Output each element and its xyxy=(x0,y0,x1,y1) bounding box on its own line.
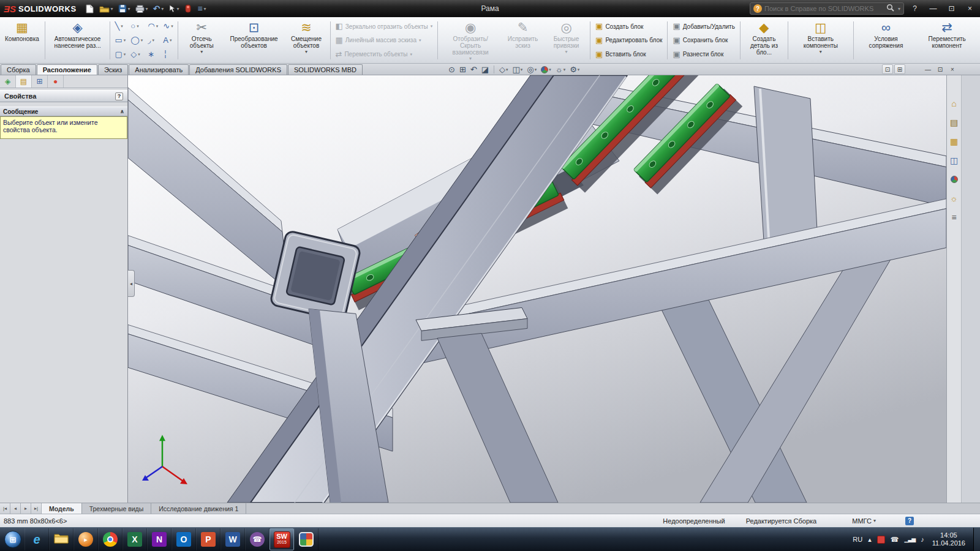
restore-button[interactable]: ⊡ xyxy=(944,2,959,15)
taskbar-chrome[interactable] xyxy=(98,528,123,550)
graphics-area[interactable]: ◂ xyxy=(128,75,946,503)
mate-button[interactable]: ∞ Условия сопряжения xyxy=(856,18,917,62)
tabs-prev-button[interactable]: ◂ xyxy=(10,503,21,514)
start-button[interactable]: ⊞ xyxy=(1,528,24,551)
linear-sketch-pattern-button[interactable]: ▦Линейный массив эскиза▾ xyxy=(334,36,435,45)
taskbar-word[interactable]: W xyxy=(221,528,245,550)
trim-entities-button[interactable]: ✂ Отсечь объекты ▾ xyxy=(180,18,224,62)
viewport-layout-icon[interactable]: ⊞ xyxy=(894,64,905,74)
tab-displaymanager[interactable]: ● xyxy=(48,75,64,88)
taskbar-paint[interactable] xyxy=(294,528,318,550)
undo-button[interactable]: ↶▾ xyxy=(151,2,166,15)
taskbar-onenote[interactable]: N xyxy=(147,528,172,550)
save-block-button[interactable]: ▣Сохранить блок xyxy=(671,36,736,45)
tab-motion-study[interactable]: Исследование движения 1 xyxy=(151,503,246,514)
offset-entities-button[interactable]: ≋ Смещение объектов ▾ xyxy=(284,18,328,62)
child-minimize-button[interactable]: — xyxy=(922,64,933,74)
sketch-ellipse-button[interactable]: ◯▾ xyxy=(128,34,145,48)
tab-sketch[interactable]: Эскиз xyxy=(98,64,128,75)
notification-badge-icon[interactable] xyxy=(877,536,885,544)
sketch-point-button[interactable]: ∗ xyxy=(145,47,160,61)
options-button[interactable]: ≡▾ xyxy=(195,2,208,15)
cascade-windows-icon[interactable]: ⊡ xyxy=(882,64,893,74)
language-indicator[interactable]: RU xyxy=(853,536,862,543)
edit-appearance-button[interactable]: ▾ xyxy=(540,66,552,73)
edit-block-button[interactable]: ▣Редактировать блок xyxy=(594,36,664,45)
save-button[interactable]: ▾ xyxy=(116,2,132,15)
tab-layout[interactable]: Расположение xyxy=(37,64,97,75)
convert-entities-button[interactable]: ⊡ Преобразование объектов xyxy=(224,18,285,62)
help-search-input[interactable] xyxy=(764,5,884,12)
search-icon[interactable] xyxy=(886,3,894,14)
rebuild-button[interactable] xyxy=(182,2,194,15)
tray-phone-icon[interactable]: ☎ xyxy=(891,536,899,543)
tabs-first-button[interactable]: |◂ xyxy=(0,503,10,514)
apply-scene-button[interactable]: ☼▾ xyxy=(554,65,567,74)
tab-featuremanager[interactable]: ◈ xyxy=(0,75,16,88)
resources-home-button[interactable]: ⌂ xyxy=(948,97,960,110)
tab-3d-views[interactable]: Трехмерные виды xyxy=(82,503,152,514)
tab-configurationmanager[interactable]: ⊞ xyxy=(32,75,48,88)
tab-solidworks-addins[interactable]: Добавления SOLIDWORKS xyxy=(189,64,287,75)
repair-sketch-button[interactable]: ✎ Исправить эскиз xyxy=(501,18,545,62)
status-help-button[interactable]: ? xyxy=(905,517,914,525)
design-library-button[interactable]: ▤ xyxy=(948,116,960,129)
hide-show-items-button[interactable]: ◎▾ xyxy=(526,65,538,74)
custom-properties-button[interactable]: ≡ xyxy=(948,211,960,223)
child-restore-button[interactable]: ⊡ xyxy=(935,64,946,74)
tab-assembly[interactable]: Сборка xyxy=(1,64,36,75)
message-group-header[interactable]: Сообщение ∧ xyxy=(0,107,127,116)
taskbar-viber[interactable]: ☎ xyxy=(245,528,270,550)
collapse-chevron-icon[interactable]: ∧ xyxy=(120,108,124,114)
tab-evaluate[interactable]: Анализировать xyxy=(129,64,189,75)
hidden-icons-button[interactable]: ▴ xyxy=(868,536,872,543)
sketch-line-button[interactable]: ╲▾ xyxy=(112,20,128,34)
help-search-box[interactable]: ? ▾ xyxy=(750,2,904,15)
make-block-button[interactable]: ▣Создать блок xyxy=(594,22,664,31)
sketch-polygon-button[interactable]: ◇▾ xyxy=(128,47,145,61)
mirror-entities-button[interactable]: ◧Зеркально отразить объекты▾ xyxy=(334,22,435,31)
view-settings-button[interactable]: ⚙▾ xyxy=(568,65,581,74)
insert-components-button[interactable]: ◫ Вставить компоненты ▾ xyxy=(790,18,851,62)
taskbar-internet-explorer[interactable]: e xyxy=(24,528,49,550)
tab-solidworks-mbd[interactable]: SOLIDWORKS MBD xyxy=(288,64,363,75)
insert-block-button[interactable]: ▣Вставить блок xyxy=(594,50,664,59)
close-button[interactable]: × xyxy=(962,2,978,15)
print-button[interactable]: ▾ xyxy=(134,2,150,15)
taskbar-solidworks[interactable]: SW 2015 xyxy=(270,528,294,550)
units-selector[interactable]: ММГС ▾ xyxy=(852,517,876,525)
quick-snaps-button[interactable]: ◎ Быстрые привязки ▾ xyxy=(545,18,588,62)
select-tool-button[interactable]: ▾ xyxy=(167,2,181,15)
taskbar-outlook[interactable]: O xyxy=(172,528,196,550)
display-style-button[interactable]: ◫▾ xyxy=(511,65,524,74)
new-document-button[interactable] xyxy=(84,2,96,15)
tab-propertymanager[interactable]: ▤ xyxy=(16,75,32,88)
network-signal-icon[interactable]: ▁▃▅ xyxy=(904,536,915,543)
taskbar-media-player[interactable]: ▸ xyxy=(74,528,98,550)
view-orientation-button[interactable]: ◇▾ xyxy=(498,65,510,74)
taskbar-file-explorer[interactable] xyxy=(49,528,74,550)
section-view-button[interactable]: ◪ xyxy=(480,65,490,74)
taskbar-clock[interactable]: 14:05 11.04.2016 xyxy=(930,531,968,547)
explode-block-button[interactable]: ▣Разнести блок xyxy=(671,50,736,59)
child-close-button[interactable]: × xyxy=(947,64,958,74)
sketch-text-button[interactable]: А▾ xyxy=(160,34,175,48)
zoom-to-area-button[interactable]: ⊞ xyxy=(458,65,467,74)
layout-tool-button[interactable]: ▦ Компоновка xyxy=(1,18,43,62)
show-desktop-button[interactable] xyxy=(973,528,980,551)
panel-collapse-handle[interactable]: ◂ xyxy=(128,270,135,297)
zoom-to-fit-button[interactable]: ⊙ xyxy=(447,65,456,74)
sketch-rectangle-button[interactable]: ▭▾ xyxy=(112,34,128,48)
file-explorer-button[interactable]: ▦ xyxy=(948,135,960,148)
sketch-centerline-button[interactable]: ╎ xyxy=(160,47,175,61)
appearances-button[interactable] xyxy=(948,173,960,186)
sketch-fillet-button[interactable]: ◞▾ xyxy=(145,34,160,48)
help-button[interactable]: ? xyxy=(907,2,922,15)
square-tube-end[interactable] xyxy=(270,230,361,321)
autodimension-button[interactable]: ◈ Автоматическое нанесение раз... xyxy=(47,18,108,62)
previous-view-button[interactable]: ↶ xyxy=(469,65,478,74)
minimize-button[interactable]: — xyxy=(925,2,941,15)
make-part-from-block-button[interactable]: ◆ Создать деталь из бло... xyxy=(742,18,786,62)
view-palette-button[interactable]: ◫ xyxy=(948,154,960,167)
sketch-arc-button[interactable]: ◠▾ xyxy=(145,20,160,34)
